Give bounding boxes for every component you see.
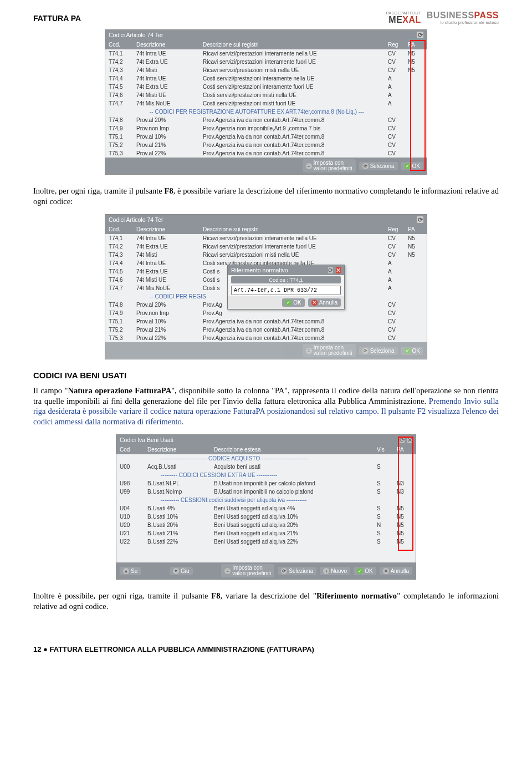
table-row[interactable]: T74,9Prov.non ImpProv.Agenzia non imponi… <box>105 124 427 133</box>
refresh-icon[interactable]: ⟳ <box>400 437 405 443</box>
check-icon: ✓ <box>285 300 291 306</box>
table-row[interactable]: T74,274t Extra UERicavi servizi/prestazi… <box>105 58 427 66</box>
refresh-icon[interactable]: ⟳ <box>417 216 423 223</box>
arrow-down-icon: ▼ <box>173 568 179 574</box>
table-row[interactable]: T74,174t Intra UERicavi servizi/prestazi… <box>105 234 427 242</box>
page-title: FATTURA PA <box>33 14 81 23</box>
table-row[interactable]: U99B.Usat.NoImpB.Usati non imponibili no… <box>116 488 416 496</box>
table-row[interactable]: T74,274t Extra UERicavi servizi/prestazi… <box>105 242 427 251</box>
window-title: Codici Iva Beni Usati <box>120 437 173 443</box>
table-row[interactable]: T74,574t Extra UECosti servizi/prestazio… <box>105 83 427 91</box>
col-header-cod: Cod. <box>109 42 136 48</box>
table-row[interactable]: T75,1Prov.al 10%Prov.Agenzia iva da non … <box>105 133 427 141</box>
table-row[interactable]: T75,2Prov.al 21%Prov.Agenzia iva da non … <box>105 141 427 149</box>
nuovo-button[interactable]: ＋ Nuovo <box>320 567 350 575</box>
ok-button[interactable]: ✓ OK <box>401 162 423 170</box>
list-icon: ≡ <box>306 348 312 354</box>
dialog-annulla-button[interactable]: ✕ Annulla <box>308 298 341 307</box>
table-row[interactable]: U04B.Usati 4%Beni Usati soggetti ad alq.… <box>116 504 416 513</box>
refresh-icon: ⟳ <box>362 163 369 169</box>
table-row[interactable]: T74,774t Mis.NoUECosti servizi/prestazio… <box>105 99 427 108</box>
table-row[interactable]: T74,174t Intra UERicavi servizi/prestazi… <box>105 49 427 58</box>
refresh-icon[interactable]: ⟳ <box>328 267 333 273</box>
table-row[interactable]: U10B.Usati 10%Beni Usati soggetti ad alq… <box>116 513 416 521</box>
col-header-desc: Descrizione <box>147 447 214 453</box>
seleziona-button[interactable]: ⟳ Seleziona <box>359 162 398 170</box>
plus-icon: ＋ <box>323 568 329 574</box>
check-icon: ✓ <box>405 348 411 354</box>
ok-button: ✓ OK <box>401 347 423 355</box>
table-row[interactable]: U20B.Usati 20%Beni Usati soggetti ad alq… <box>116 521 416 529</box>
seleziona-button: ⟳ Seleziona <box>359 347 398 355</box>
list-icon: ≡ <box>306 163 312 169</box>
col-header-est: Descrizione estesa <box>214 447 377 453</box>
table-section-row: -- CODICI PER REGISTRAZIONE AUTOFATTURE … <box>105 108 427 116</box>
imposta-predefiniti-button[interactable]: ≡ Imposta convalori predefiniti <box>221 564 274 577</box>
su-button[interactable]: ▲ Su <box>120 567 141 575</box>
seleziona-button[interactable]: ⟳ Seleziona <box>278 567 316 575</box>
col-header-cod: Cod <box>120 447 147 453</box>
table-section-row: ------------------------- CODICE ACQUIST… <box>116 454 416 463</box>
table-row[interactable]: T75,2Prov.al 21%Prov.Agenzia iva da non … <box>105 326 427 334</box>
check-icon: ✓ <box>405 163 411 169</box>
page-header: FATTURA PA PASSEPARTOUT MEXAL BUSINESSPA… <box>33 11 499 25</box>
para-inoltre-f8: Inoltre, per ogni riga, tramite il pulsa… <box>33 186 499 206</box>
close-icon: ✕ <box>383 568 389 574</box>
close-icon[interactable]: ✕ <box>407 437 412 443</box>
table-row[interactable]: T75,3Prov.al 22%Prov.Agenzia iva da non … <box>105 149 427 158</box>
table-row[interactable]: T75,1Prov.al 10%Prov.Agenzia iva da non … <box>105 317 427 326</box>
table-row[interactable]: T75,3Prov.al 22%Prov.Agenzia iva da non … <box>105 334 427 342</box>
col-header-pa: PA <box>397 447 412 453</box>
table-codici-74ter-2: Codici Articolo 74 Ter ⟳ Cod. Descrizion… <box>105 214 427 359</box>
table-row[interactable]: T74,374t MistiRicavi servizi/prestazioni… <box>105 66 427 74</box>
table-section-row: ---------- CESSIONI:codici suddivisi per… <box>116 496 416 504</box>
list-icon: ≡ <box>224 568 231 574</box>
check-icon: ✓ <box>357 568 363 574</box>
table-row[interactable]: T74,8Prov.al 20%Prov.Agenzia iva da non … <box>105 116 427 124</box>
giu-button[interactable]: ▼ Giu <box>170 567 193 575</box>
riferimento-normativo-dialog: Riferimento normativo ⟳ ✕ Codice : T74,1… <box>227 265 345 310</box>
section-title-beni-usati: CODICI IVA BENI USATI <box>33 371 499 380</box>
col-header-descsu: Descrizione sui registri <box>203 42 388 48</box>
para-natura-operazione: Il campo "Natura operazione FatturaPA", … <box>33 386 499 427</box>
col-header-desc: Descrizione <box>136 42 203 48</box>
col-header-vis: Vis <box>377 447 397 453</box>
table-row[interactable]: T74,474t Intra UECosti servizi/prestazio… <box>105 74 427 83</box>
page-footer: 12 ● FATTURA ELETTRONICA ALLA PUBBLICA A… <box>33 645 499 653</box>
refresh-icon: ⟳ <box>362 348 369 354</box>
table-row[interactable]: U22B.Usati 22%Beni Usati soggetti ad alq… <box>116 537 416 546</box>
table-row[interactable]: U21B.Usati 21%Beni Usati soggetti ad alq… <box>116 529 416 537</box>
col-header-pa: PA <box>408 42 423 48</box>
col-header-reg: Reg <box>388 42 408 48</box>
table-row[interactable]: U00Acq.B.UsatiAcquisto beni usatiS <box>116 463 416 471</box>
table-row[interactable]: U98B.Usat.NI.PLB.Usati non imponibili pe… <box>116 479 416 488</box>
window-title: Codici Articolo 74 Ter <box>109 32 163 38</box>
close-icon: ✕ <box>311 300 318 306</box>
dialog-title: Riferimento normativo <box>231 267 288 273</box>
ok-button[interactable]: ✓ OK <box>354 567 376 575</box>
codice-label: Codice : T74,1 <box>231 276 341 283</box>
table-row[interactable]: T74,674t Misti UECosti servizi/prestazio… <box>105 91 427 99</box>
dialog-ok-button[interactable]: ✓ OK <box>282 298 304 307</box>
imposta-predefiniti-button: ≡ Imposta convalori predefiniti <box>303 344 356 357</box>
refresh-icon: ⟳ <box>281 568 287 574</box>
table-row[interactable]: T74,374t MistiRicavi servizi/prestazioni… <box>105 251 427 259</box>
logo-businesspass: BUSINESSPASS lo studio professionale est… <box>427 11 499 25</box>
riferimento-input[interactable] <box>231 286 341 295</box>
table-row[interactable]: T74,9Prov.non ImpProv.AgCV <box>105 309 427 317</box>
para-inoltre-f8-2: Inoltre è possibile, per ogni riga, tram… <box>33 591 499 611</box>
table-codici-beni-usati: Codici Iva Beni Usati ⟳ ✕ Cod Descrizion… <box>116 434 416 580</box>
imposta-predefiniti-button[interactable]: ≡ Imposta convalori predefiniti <box>303 159 356 173</box>
logo-group: PASSEPARTOUT MEXAL BUSINESSPASS lo studi… <box>386 11 499 25</box>
table-section-row: --------- CODICI CESSIONI EXTRA UE -----… <box>116 471 416 479</box>
refresh-icon[interactable]: ⟳ <box>417 32 423 38</box>
arrow-up-icon: ▲ <box>123 568 129 574</box>
close-icon[interactable]: ✕ <box>336 267 341 273</box>
window-title: Codici Articolo 74 Ter <box>109 216 163 223</box>
logo-mexal: PASSEPARTOUT MEXAL <box>386 11 421 25</box>
annulla-button[interactable]: ✕ Annulla <box>380 567 412 575</box>
table-codici-74ter-1: Codici Articolo 74 Ter ⟳ Cod. Descrizion… <box>105 29 427 175</box>
